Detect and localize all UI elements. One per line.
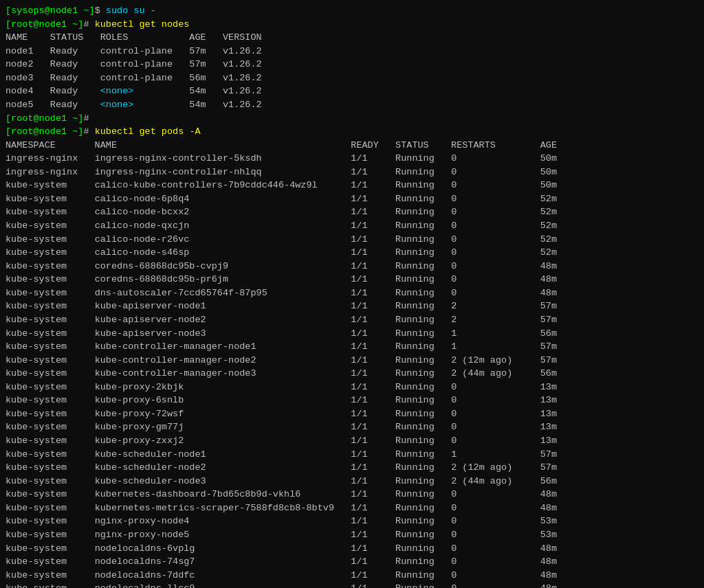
terminal-line: kube-system calico-node-r26vc 1/1 Runnin… bbox=[6, 233, 698, 247]
terminal-line: [root@node1 ~]# kubectl get nodes bbox=[6, 18, 698, 32]
terminal-line: NAME STATUS ROLES AGE VERSION bbox=[6, 31, 698, 45]
terminal-line: [sysops@node1 ~]$ sudo su - bbox=[6, 4, 698, 18]
terminal-line: kube-system nginx-proxy-node4 1/1 Runnin… bbox=[6, 514, 698, 528]
terminal-line: kube-system nodelocaldns-llcc9 1/1 Runni… bbox=[6, 582, 698, 588]
terminal-line: kube-system kube-controller-manager-node… bbox=[6, 354, 698, 368]
terminal-line: node4 Ready <none> 54m v1.26.2 bbox=[6, 84, 698, 98]
terminal-line: kube-system calico-node-bcxx2 1/1 Runnin… bbox=[6, 205, 698, 219]
terminal-line: kube-system kube-scheduler-node3 1/1 Run… bbox=[6, 475, 698, 488]
terminal-line: kube-system nodelocaldns-7ddfc 1/1 Runni… bbox=[6, 569, 698, 583]
terminal-line: kube-system kube-apiserver-node1 1/1 Run… bbox=[6, 299, 698, 313]
terminal-line: kube-system kube-apiserver-node3 1/1 Run… bbox=[6, 327, 698, 341]
terminal-line: ingress-nginx ingress-nginx-controller-n… bbox=[6, 166, 698, 179]
terminal-line: kube-system kube-proxy-6snlb 1/1 Running… bbox=[6, 394, 698, 407]
terminal-line: kube-system coredns-68868dc95b-cvpj9 1/1… bbox=[6, 260, 698, 273]
terminal-line: kube-system kube-proxy-2kbjk 1/1 Running… bbox=[6, 381, 698, 394]
terminal-line: [root@node1 ~]# bbox=[6, 112, 698, 126]
terminal-line: kube-system nginx-proxy-node5 1/1 Runnin… bbox=[6, 528, 698, 542]
terminal-line: kube-system kube-proxy-zxxj2 1/1 Running… bbox=[6, 434, 698, 448]
terminal-line: kube-system nodelocaldns-6vplg 1/1 Runni… bbox=[6, 542, 698, 556]
terminal-line: kube-system dns-autoscaler-7ccd65764f-87… bbox=[6, 286, 698, 300]
terminal-line: kube-system kube-apiserver-node2 1/1 Run… bbox=[6, 313, 698, 327]
terminal-line: kube-system kubernetes-dashboard-7bd65c8… bbox=[6, 488, 698, 501]
terminal-line: kube-system kube-scheduler-node1 1/1 Run… bbox=[6, 448, 698, 462]
terminal-line: kube-system kube-proxy-gm77j 1/1 Running… bbox=[6, 420, 698, 434]
terminal-line: [root@node1 ~]# kubectl get pods -A bbox=[6, 125, 698, 139]
terminal: [sysops@node1 ~]$ sudo su -[root@node1 ~… bbox=[0, 0, 704, 588]
terminal-line: ingress-nginx ingress-nginx-controller-5… bbox=[6, 152, 698, 166]
terminal-line: kube-system calico-node-qxcjn 1/1 Runnin… bbox=[6, 219, 698, 233]
terminal-line: kube-system kubernetes-metrics-scraper-7… bbox=[6, 501, 698, 515]
terminal-line: node3 Ready control-plane 56m v1.26.2 bbox=[6, 71, 698, 85]
terminal-line: NAMESPACE NAME READY STATUS RESTARTS AGE bbox=[6, 139, 698, 152]
terminal-line: node1 Ready control-plane 57m v1.26.2 bbox=[6, 45, 698, 58]
terminal-line: kube-system kube-controller-manager-node… bbox=[6, 340, 698, 354]
terminal-line: kube-system kube-proxy-72wsf 1/1 Running… bbox=[6, 407, 698, 421]
terminal-line: node2 Ready control-plane 57m v1.26.2 bbox=[6, 58, 698, 71]
terminal-line: kube-system nodelocaldns-74sg7 1/1 Runni… bbox=[6, 555, 698, 569]
terminal-line: kube-system calico-kube-controllers-7b9c… bbox=[6, 179, 698, 192]
terminal-line: kube-system coredns-68868dc95b-pr6jm 1/1… bbox=[6, 273, 698, 286]
terminal-line: kube-system kube-controller-manager-node… bbox=[6, 367, 698, 381]
terminal-line: kube-system calico-node-s46sp 1/1 Runnin… bbox=[6, 246, 698, 260]
terminal-line: kube-system kube-scheduler-node2 1/1 Run… bbox=[6, 461, 698, 475]
terminal-line: node5 Ready <none> 54m v1.26.2 bbox=[6, 98, 698, 112]
terminal-line: kube-system calico-node-6p8q4 1/1 Runnin… bbox=[6, 192, 698, 206]
